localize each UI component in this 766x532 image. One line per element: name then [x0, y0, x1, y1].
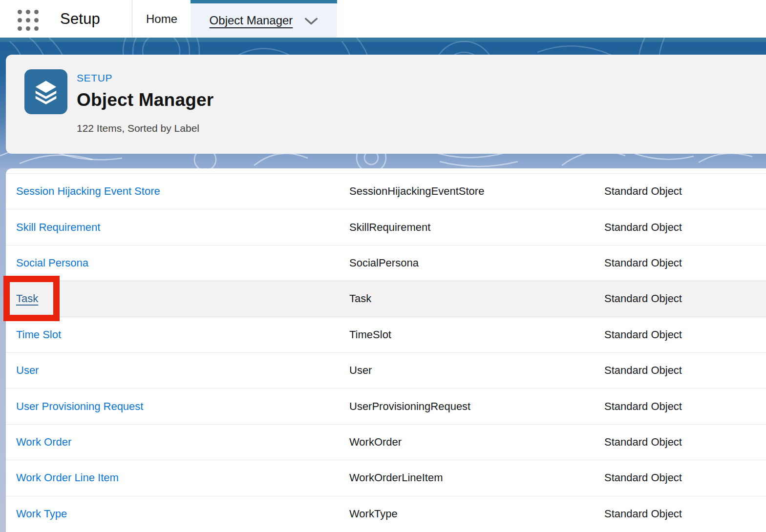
object-table-row: Time Slot TimeSlot Standard Object [6, 317, 766, 352]
object-type: Standard Object [604, 400, 766, 413]
object-api-name: WorkOrderLineItem [349, 471, 604, 484]
object-api-name: Task [349, 292, 604, 305]
object-api-name: SocialPersona [349, 257, 604, 269]
object-api-name: TimeSlot [349, 328, 604, 341]
object-table-body: Session Hijacking Event Store SessionHij… [6, 173, 766, 532]
object-label-link[interactable]: User [16, 364, 39, 376]
object-label-cell: Work Order Line Item [16, 471, 349, 484]
setup-eyebrow-label: SETUP [77, 72, 213, 84]
object-table-row: Work Type WorkType Standard Object [6, 496, 766, 532]
object-label-cell: Skill Requirement [16, 221, 349, 234]
object-label-link[interactable]: Work Order [16, 436, 71, 448]
object-label-link[interactable]: Work Order Line Item [16, 471, 119, 484]
object-table-row: Work Order WorkOrder Standard Object [6, 424, 766, 460]
item-count-label: 122 Items, Sorted by Label [77, 123, 213, 134]
object-api-name: WorkType [349, 508, 604, 520]
object-type: Standard Object [604, 292, 766, 305]
object-api-name: SkillRequirement [349, 221, 604, 234]
object-label-link[interactable]: Work Type [16, 508, 67, 520]
object-api-name: SessionHijackingEventStore [349, 185, 604, 198]
object-label-cell: Social Persona [16, 257, 349, 269]
object-label-cell: Task [16, 292, 349, 305]
app-name-label: Setup [60, 0, 100, 38]
object-label-link[interactable]: Skill Requirement [16, 221, 100, 233]
object-label-link[interactable]: Social Persona [16, 257, 88, 269]
tab-object-manager-label: Object Manager [210, 14, 293, 27]
tab-home-label: Home [146, 12, 177, 26]
object-type: Standard Object [604, 221, 766, 234]
object-label-cell: Time Slot [16, 328, 349, 341]
object-type: Standard Object [604, 185, 766, 198]
object-table-row: User Provisioning Request UserProvisioni… [6, 388, 766, 424]
object-table-row: Task Task Standard Object [6, 281, 766, 316]
object-type: Standard Object [604, 364, 766, 377]
object-table-row: Session Hijacking Event Store SessionHij… [6, 173, 766, 209]
setup-top-nav: Setup Home Object Manager [0, 0, 766, 38]
object-api-name: User [349, 364, 604, 377]
object-table: Session Hijacking Event Store SessionHij… [6, 168, 766, 532]
layers-icon [24, 69, 67, 114]
object-type: Standard Object [604, 436, 766, 449]
object-label-cell: Work Order [16, 436, 349, 449]
tab-object-manager[interactable]: Object Manager [191, 0, 337, 38]
object-api-name: UserProvisioningRequest [349, 400, 604, 413]
object-label-cell: Session Hijacking Event Store [16, 185, 349, 198]
nav-divider [132, 0, 132, 38]
object-label-link[interactable]: User Provisioning Request [16, 400, 143, 412]
table-top-spacer [6, 168, 766, 173]
object-table-row: Work Order Line Item WorkOrderLineItem S… [6, 460, 766, 495]
object-label-link[interactable]: Session Hijacking Event Store [16, 185, 160, 197]
object-label-link[interactable]: Time Slot [16, 328, 61, 341]
object-type: Standard Object [604, 471, 766, 484]
setup-header-card: SETUP Object Manager 122 Items, Sorted b… [6, 55, 766, 154]
object-api-name: WorkOrder [349, 436, 604, 449]
page-title: Object Manager [77, 90, 213, 110]
app-launcher-icon[interactable] [18, 10, 40, 32]
object-label-cell: User Provisioning Request [16, 400, 349, 413]
object-table-row: Social Persona SocialPersona Standard Ob… [6, 245, 766, 281]
object-type: Standard Object [604, 257, 766, 269]
chevron-down-icon [304, 18, 318, 25]
object-label-cell: User [16, 364, 349, 377]
object-label-link[interactable]: Task [16, 292, 38, 305]
object-manager-page: Setup Home Object Manager SETUP Object [0, 0, 766, 532]
object-table-row: User User Standard Object [6, 352, 766, 388]
object-label-cell: Work Type [16, 508, 349, 520]
object-type: Standard Object [604, 508, 766, 520]
object-type: Standard Object [604, 328, 766, 341]
tab-home[interactable]: Home [133, 0, 191, 38]
object-table-row: Skill Requirement SkillRequirement Stand… [6, 209, 766, 245]
